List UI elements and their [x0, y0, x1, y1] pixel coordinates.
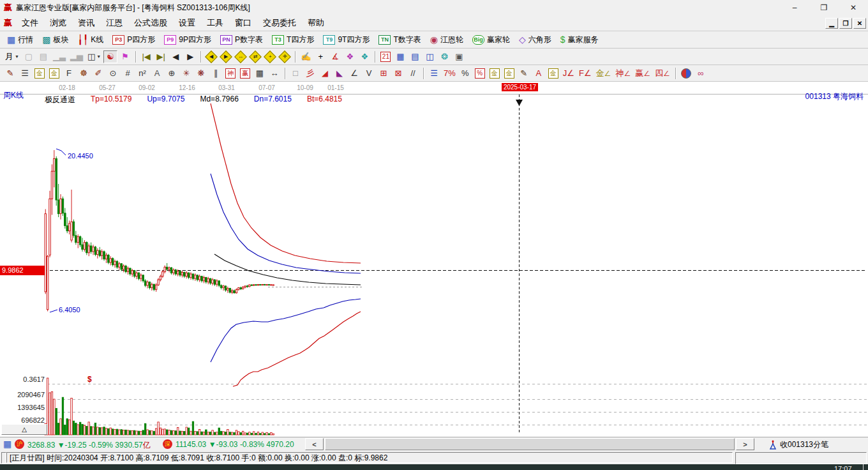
toolbar-gann-wheel-button[interactable]: ◉江恩轮 [426, 33, 467, 47]
tool-circle-clock[interactable]: ⊙ [106, 67, 120, 80]
tool-ruler-grid[interactable]: ▦ [253, 67, 267, 80]
menu-trade[interactable]: 交易委托 [257, 15, 302, 31]
tool-slash-lines[interactable]: // [406, 67, 420, 80]
minimize-button[interactable]: – [780, 0, 809, 15]
tool-red-grid-1[interactable]: ⊞ [377, 67, 391, 80]
tool-gold-circle[interactable]: 金 [488, 67, 502, 80]
restore-button[interactable]: ❐ [809, 0, 839, 15]
tool-select-box[interactable]: ▢ [22, 50, 36, 63]
tool-drag-hand[interactable]: ✍ [299, 50, 313, 63]
tool-star-burst[interactable]: ✳ [179, 67, 193, 80]
tool-si-angle[interactable]: 四∠ [653, 67, 672, 80]
tool-gann-block-p[interactable]: ❖ [343, 50, 357, 63]
tool-nav-prev[interactable]: ◀ [168, 50, 183, 63]
tool-a-channel[interactable]: A [532, 67, 546, 80]
tool-brush[interactable]: ✎ [3, 67, 17, 80]
tool-ying-grid[interactable]: 赢 [238, 67, 252, 80]
tool-network[interactable]: ❂ [437, 50, 451, 63]
tool-brush-2[interactable]: ✐ [91, 67, 105, 80]
tool-spider-web[interactable]: ❋ [194, 67, 208, 80]
tool-bars-9[interactable]: ▂▅ [68, 50, 85, 63]
tool-infinity[interactable]: ∞ [694, 67, 708, 80]
quote-grid-icon[interactable]: ▦ [3, 439, 11, 449]
tool-shen-grid[interactable]: 神 [223, 67, 237, 80]
menu-file[interactable]: 文件 [16, 15, 44, 31]
menu-help[interactable]: 帮助 [302, 15, 330, 31]
toolbar-quotes-button[interactable]: ▦行情 [3, 33, 37, 47]
toolbar-winner-wheel-button[interactable]: Big赢家轮 [468, 33, 514, 47]
tool-nav-last[interactable]: ▶| [154, 50, 168, 63]
mdi-minimize-button[interactable]: ▁ [825, 18, 838, 29]
tool-gann-block-t[interactable]: ❖ [357, 50, 371, 63]
scroll-left-button[interactable]: < [305, 438, 324, 450]
chart-area[interactable]: 02-1805-2709-0212-1603-3107-0710-0901-15… [0, 82, 868, 437]
tool-gold-grid-2[interactable]: 金 [47, 67, 61, 80]
tool-a-lines[interactable]: A [150, 67, 164, 80]
tool-fan-lines[interactable]: 彡 [303, 67, 317, 80]
tool-gold-angle[interactable]: 金∠ [594, 67, 613, 80]
tool-percent[interactable]: % [458, 67, 472, 80]
tool-brush-3[interactable]: ✎ [517, 67, 531, 80]
tick-feed-status[interactable]: 收001313分笔 [769, 439, 828, 450]
tool-calendar[interactable]: 21 [378, 50, 393, 63]
toolbar-kline-button[interactable]: ╽╿K线 [73, 33, 107, 47]
tool-red-grid-2[interactable]: ⊠ [391, 67, 405, 80]
tool-taiji[interactable] [679, 67, 693, 80]
tool-candle-width[interactable]: ◫▼ [86, 50, 103, 63]
menu-formula-picker[interactable]: 公式选股 [128, 15, 173, 31]
menu-gann[interactable]: 江恩 [100, 15, 128, 31]
tool-fib-f[interactable]: F [62, 67, 76, 80]
scrollbar-thumb[interactable] [325, 438, 735, 450]
toolbar-t-square-button[interactable]: T3T四方形 [268, 33, 318, 47]
tool-gold-grid-1[interactable]: 金 [33, 67, 47, 80]
close-button[interactable]: ✕ [839, 0, 868, 15]
toolbar-p-table-button[interactable]: PNP数字表 [216, 33, 267, 47]
toolbar-hexagon-button[interactable]: ◇六角形 [515, 33, 555, 47]
tool-gold-lines[interactable]: 金 [502, 67, 516, 80]
tool-compress-h[interactable]: ⇄ [249, 50, 262, 63]
tool-ying-angle[interactable]: 赢∠ [633, 67, 652, 80]
toolbar-sectors-button[interactable]: ▩板块 [38, 33, 72, 47]
tool-gold-line[interactable]: 金 [546, 67, 560, 80]
tool-pair-lines[interactable]: ∥ [209, 67, 223, 80]
tool-pan-right[interactable]: ▶ [220, 50, 232, 63]
menu-tools[interactable]: 工具 [201, 15, 229, 31]
menu-window[interactable]: 窗口 [229, 15, 257, 31]
toolbar-winner-service-button[interactable]: $赢家服务 [557, 33, 602, 47]
tool-circle-cross[interactable]: ⊕ [165, 67, 179, 80]
tool-angle-percent[interactable]: ∡ [328, 50, 342, 63]
tool-hline-group[interactable]: ☰ [18, 67, 32, 80]
toolbar-9p-square-button[interactable]: P99P四方形 [160, 33, 215, 47]
toolbar-t-table-button[interactable]: TNT数字表 [375, 33, 424, 47]
tool-crosshair[interactable]: + [313, 50, 327, 63]
tool-v-lines[interactable]: V [362, 67, 376, 80]
tool-color-chart[interactable]: ⚑ [118, 50, 132, 63]
tool-j-angle[interactable]: J∠ [561, 67, 576, 80]
tool-percent-lines[interactable]: % [473, 67, 487, 80]
tool-f-angle[interactable]: F∠ [577, 67, 594, 80]
tool-shen-angle[interactable]: 神∠ [613, 67, 632, 80]
tool-yinyang-candle[interactable]: ☯ [103, 50, 117, 63]
menu-news[interactable]: 资讯 [72, 15, 100, 31]
toolbar-p-square-button[interactable]: P3P四方形 [108, 33, 159, 47]
tool-fan-sector-1[interactable]: ◢ [318, 67, 332, 80]
mdi-restore-button[interactable]: ❐ [839, 18, 852, 29]
tool-spiral[interactable]: ☸ [77, 67, 91, 80]
toolbar-9t-square-button[interactable]: T99T四方形 [319, 33, 373, 47]
tool-price-list[interactable]: ☰ [427, 67, 441, 80]
menu-settings[interactable]: 设置 [173, 15, 201, 31]
menu-browse[interactable]: 浏览 [44, 15, 72, 31]
tool-expand-h[interactable]: ↔ [234, 50, 247, 63]
tool-printer[interactable]: ▣ [452, 50, 466, 63]
tool-period-month[interactable]: 月▼ [3, 50, 21, 63]
volume-pane-button[interactable]: △ [1, 424, 47, 435]
tool-dense-grid[interactable]: # [121, 67, 135, 80]
tool-rect-tool[interactable]: □ [288, 67, 303, 80]
tool-pan-left[interactable]: ◀ [205, 50, 218, 63]
tool-angle-lines[interactable]: ∠ [347, 67, 361, 80]
tool-width-measure[interactable]: ↔ [267, 67, 281, 80]
tool-info-doc[interactable]: ▤ [36, 50, 50, 63]
scroll-right-button[interactable]: > [736, 438, 754, 450]
tool-center-view[interactable]: ✛ [278, 50, 291, 63]
tool-bars-3[interactable]: ▁▃ [51, 50, 68, 63]
